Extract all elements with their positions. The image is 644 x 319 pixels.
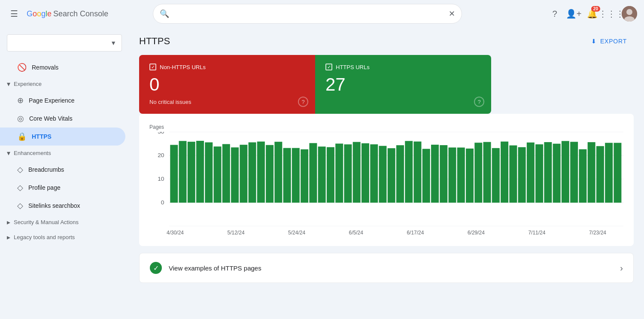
chart-bar <box>414 142 422 203</box>
section-security-label: Security & Manual Actions <box>14 219 79 225</box>
clear-icon[interactable]: ✕ <box>449 9 455 18</box>
export-icon: ⬇ <box>591 38 597 45</box>
sidebar-item-breadcrumbs[interactable]: ◇ Breadcrumbs <box>0 161 125 179</box>
chart-bar <box>249 143 256 203</box>
main-header: HTTPS ⬇ EXPORT <box>139 34 634 48</box>
chart-bar <box>474 143 482 203</box>
sidebar-item-page-experience[interactable]: ⊕ Page Experience <box>0 91 125 109</box>
section-legacy[interactable]: ▸ Legacy tools and reports <box>0 230 129 245</box>
chart-bar <box>170 145 178 203</box>
export-button[interactable]: ⬇ EXPORT <box>584 34 634 48</box>
chart-bar <box>179 141 187 203</box>
chart-bar <box>327 147 334 203</box>
help-button[interactable]: ? <box>546 5 563 22</box>
chart-bar <box>309 143 317 203</box>
section-enhancements-arrow-icon: ▾ <box>7 149 10 157</box>
section-experience[interactable]: ▾ Experience <box>0 76 129 91</box>
chart-bar <box>570 142 578 203</box>
x-label-0: 4/30/24 <box>167 230 184 236</box>
chart-bar <box>205 143 213 203</box>
sidebar-item-https[interactable]: 🔒 HTTPS <box>0 128 125 146</box>
section-legacy-arrow-icon: ▸ <box>7 233 10 241</box>
sidebar-item-sitelinks-searchbox[interactable]: ◇ Sitelinks searchbox <box>0 197 125 215</box>
chart-bar <box>509 146 517 203</box>
chart-bar <box>379 146 386 203</box>
chart-bar <box>596 146 604 203</box>
search-icon: 🔍 <box>160 9 169 18</box>
sidebar-item-removals[interactable]: 🚫 Removals <box>0 58 125 76</box>
chart-bar <box>318 146 326 203</box>
logo-product-name: Search Console <box>53 9 108 18</box>
sidebar-item-removals-label: Removals <box>32 64 58 71</box>
svg-text:0: 0 <box>161 200 164 206</box>
non-https-subtitle: No critical issues <box>149 99 305 105</box>
sidebar-item-core-web-vitals-label: Core Web Vitals <box>29 115 73 122</box>
logo-google: Google <box>27 9 52 18</box>
chart-bar <box>283 148 291 203</box>
chart-svg: 30 20 10 0 bars generated below <box>149 132 623 226</box>
profile-page-icon: ◇ <box>17 183 23 192</box>
chart-bar <box>266 145 273 203</box>
section-legacy-label: Legacy tools and reports <box>14 234 75 240</box>
search-input[interactable] <box>153 4 462 24</box>
page-title: HTTPS <box>139 36 170 47</box>
chart-bar <box>188 142 195 203</box>
chart-bar <box>240 145 247 203</box>
x-label-6: 7/11/24 <box>528 230 545 236</box>
svg-text:20: 20 <box>158 152 164 158</box>
chart-bar <box>214 146 222 203</box>
chart-bar <box>440 145 447 203</box>
property-selector[interactable]: ▼ <box>7 34 122 52</box>
chart-bar <box>301 149 308 203</box>
chart-bar <box>553 144 561 203</box>
https-checkbox-icon: ✓ <box>325 64 332 70</box>
chart-bar <box>579 149 586 203</box>
section-security-arrow-icon: ▸ <box>7 218 10 226</box>
chart-bar <box>518 147 526 203</box>
chart-bar <box>605 143 613 203</box>
sidebar-item-core-web-vitals[interactable]: ◎ Core Web Vitals <box>0 109 125 128</box>
apps-button[interactable]: ⋮⋮⋮ <box>603 5 620 22</box>
svg-text:30: 30 <box>158 132 164 135</box>
chart-bar <box>483 142 491 203</box>
sitelinks-searchbox-icon: ◇ <box>17 201 23 210</box>
x-label-3: 6/5/24 <box>349 230 363 236</box>
menu-icon[interactable]: ☰ <box>7 5 21 22</box>
https-help-icon[interactable]: ? <box>474 97 484 107</box>
property-selector-arrow-icon: ▼ <box>110 39 116 46</box>
chart-bar <box>335 143 343 203</box>
body-layout: ▼ 🚫 Removals ▾ Experience ⊕ Page Experie… <box>0 27 644 319</box>
x-label-4: 6/17/24 <box>407 230 424 236</box>
section-enhancements[interactable]: ▾ Enhancements <box>0 146 129 161</box>
main-content: HTTPS ⬇ EXPORT ✓ Non-HTTPS URLs 0 No cri… <box>129 27 644 319</box>
section-security[interactable]: ▸ Security & Manual Actions <box>0 215 129 230</box>
chart-bar <box>370 144 378 203</box>
app-logo: Google Search Console <box>27 9 108 18</box>
sidebar-item-sitelinks-searchbox-label: Sitelinks searchbox <box>28 202 80 209</box>
view-examples-row[interactable]: ✓ View examples of HTTPS pages › <box>139 253 634 283</box>
chart-bar <box>527 143 535 203</box>
view-examples-check-icon: ✓ <box>150 262 162 274</box>
accounts-button[interactable]: 👤+ <box>565 5 582 22</box>
chart-bar <box>588 142 595 203</box>
chart-bar <box>492 148 500 203</box>
chart-bar <box>222 144 230 203</box>
section-enhancements-label: Enhancements <box>14 150 51 156</box>
export-label: EXPORT <box>600 38 627 45</box>
chart-bar <box>396 145 404 203</box>
top-nav: ☰ Google Search Console 🔍 ✕ ? 👤+ 🔔 20 ⋮⋮… <box>0 0 644 27</box>
x-label-7: 7/23/24 <box>589 230 606 236</box>
https-card-label: ✓ HTTPS URLs <box>325 64 481 70</box>
chart-bar <box>562 141 569 203</box>
page-experience-icon: ⊕ <box>17 96 24 105</box>
chart-bar <box>405 141 413 203</box>
sidebar: ▼ 🚫 Removals ▾ Experience ⊕ Page Experie… <box>0 27 129 319</box>
sidebar-item-page-experience-label: Page Experience <box>29 97 75 104</box>
chart-x-labels: 4/30/24 5/12/24 5/24/24 6/5/24 6/17/24 6… <box>149 226 623 236</box>
non-https-help-icon[interactable]: ? <box>298 97 308 107</box>
non-https-count: 0 <box>149 76 305 94</box>
chart-bar <box>361 143 369 203</box>
sidebar-item-breadcrumbs-label: Breadcrumbs <box>28 166 64 173</box>
sidebar-item-profile-page[interactable]: ◇ Profile page <box>0 179 125 197</box>
chart-bar <box>344 144 352 203</box>
